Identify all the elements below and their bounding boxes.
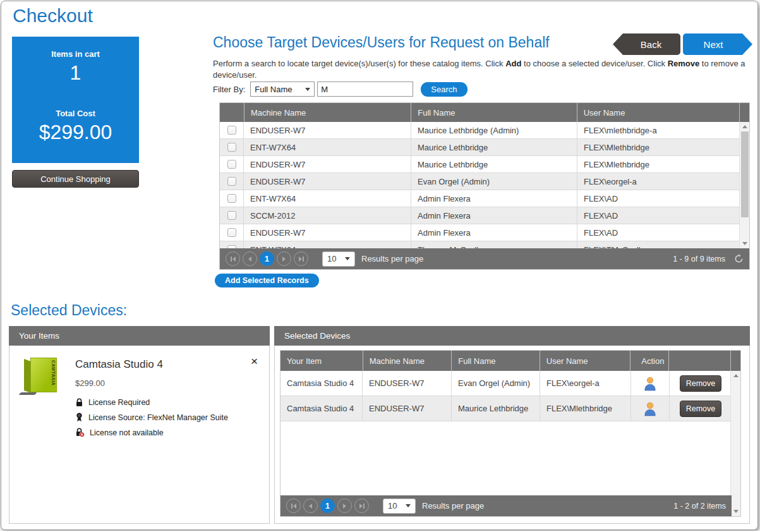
full-name-cell: Evan Orgel (Admin) — [411, 173, 577, 190]
refresh-icon[interactable] — [734, 254, 744, 263]
next-button[interactable]: Next — [683, 33, 752, 55]
user-name-cell: FLEX\AD — [577, 190, 740, 207]
remove-button[interactable]: Remove — [680, 375, 721, 392]
full-name-cell: Maurice Lethbridge — [452, 396, 540, 421]
table-row[interactable]: ENDUSER-W7 Admin Flexera FLEX\AD — [220, 224, 749, 241]
current-page-button[interactable]: 1 — [320, 499, 335, 513]
remove-button[interactable]: Remove — [680, 401, 721, 417]
filter-dropdown[interactable]: Full Name — [250, 82, 315, 97]
checkbox-cell — [220, 139, 244, 155]
remove-cell: Remove — [670, 371, 732, 396]
table-row[interactable]: ENT-W7X64 Maurice Lethbridge FLEX\Mlethb… — [220, 139, 749, 156]
full-name-cell: Maurice Lethbridge — [411, 156, 577, 172]
product-name: Camtasia Studio 4 — [75, 358, 248, 371]
user-name-column-header[interactable]: User Name — [577, 103, 739, 122]
user-name-cell: FLEX\mlethbridge-a — [577, 122, 740, 138]
table-row[interactable]: ENDUSER-W7 Evan Orgel (Admin) FLEX\eorge… — [220, 173, 749, 190]
license-source-row: License Source: FlexNet Manager Suite — [75, 413, 248, 422]
total-cost-value: $299.00 — [12, 121, 139, 144]
last-page-button[interactable] — [354, 499, 369, 513]
row-checkbox[interactable] — [227, 177, 236, 186]
scroll-down-icon[interactable] — [731, 507, 740, 516]
scroll-up-icon[interactable] — [740, 122, 749, 131]
machine-name-column-header[interactable]: Machine Name — [363, 351, 452, 371]
user-person-icon[interactable] — [643, 401, 657, 416]
instructions-line2: device/user. — [213, 70, 256, 80]
table-row[interactable]: ENT-W7X64 Admin Flexera FLEX\AD — [220, 190, 749, 207]
full-name-column-header[interactable]: Full Name — [411, 103, 576, 122]
license-unavailable-row: License not available — [75, 428, 248, 437]
selected-devices-panel-body: Your Item Machine Name Full Name User Na… — [274, 346, 750, 524]
vertical-scrollbar[interactable] — [730, 371, 740, 516]
action-column-header[interactable]: Action — [630, 351, 668, 371]
instructions-part1: Perform a search to locate target device… — [213, 59, 505, 68]
table-row[interactable]: Camtasia Studio 4 ENDUSER-W7 Maurice Let… — [280, 396, 740, 421]
table-row[interactable]: Camtasia Studio 4 ENDUSER-W7 Evan Orgel … — [280, 371, 740, 396]
machine-name-cell: ENT-W7X64 — [244, 139, 411, 155]
row-checkbox[interactable] — [227, 143, 236, 152]
current-page-button[interactable]: 1 — [260, 251, 274, 266]
next-page-button[interactable] — [277, 251, 291, 266]
product-image: CAMTASIA — [20, 356, 64, 395]
scrollbar-column-header — [739, 103, 749, 122]
table-row[interactable]: SCCM-2012 Admin Flexera FLEX\AD — [220, 207, 749, 224]
user-name-cell: FLEX\Mlethbridge — [577, 156, 740, 172]
action-cell — [631, 396, 670, 421]
items-range-label: 1 - 2 of 2 items — [673, 502, 726, 511]
add-selected-records-button[interactable]: Add Selected Records — [215, 274, 319, 287]
user-person-icon[interactable] — [643, 376, 657, 391]
vertical-scrollbar[interactable] — [739, 122, 749, 248]
user-name-column-header[interactable]: User Name — [540, 351, 630, 371]
continue-shopping-button[interactable]: Continue Shopping — [12, 170, 139, 188]
your-item-column-header[interactable]: Your Item — [280, 351, 363, 371]
user-name-cell: FLEX\TMcScully — [577, 241, 740, 248]
first-page-button[interactable] — [286, 499, 301, 513]
checkbox-cell — [220, 156, 244, 172]
chevron-down-icon — [345, 257, 350, 260]
machine-name-cell: ENDUSER-W7 — [363, 396, 452, 421]
license-source-text: License Source: FlexNet Manager Suite — [88, 413, 228, 422]
table-row[interactable]: ENT-W7X64 Thomas McScully FLEX\TMcScully — [220, 241, 749, 248]
row-checkbox[interactable] — [227, 228, 236, 237]
checkbox-cell — [220, 207, 244, 224]
results-per-page-label: Results per page — [422, 501, 484, 511]
scrollbar-column-header — [730, 351, 740, 371]
your-items-panel-header: Your Items — [9, 326, 270, 346]
total-cost-label: Total Cost — [12, 109, 139, 118]
table-row[interactable]: ENDUSER-W7 Maurice Lethbridge FLEX\Mleth… — [220, 156, 749, 173]
search-button[interactable]: Search — [421, 82, 467, 97]
remove-item-close-icon[interactable]: × — [248, 356, 260, 437]
machine-name-cell: SCCM-2012 — [244, 207, 411, 224]
previous-page-button[interactable] — [303, 499, 318, 513]
results-per-page-label: Results per page — [361, 254, 423, 263]
device-table-pager: 1 10 Results per page 1 - 9 of 9 items — [220, 248, 749, 269]
machine-name-cell: ENT-W7X64 — [244, 190, 411, 207]
next-page-button[interactable] — [337, 499, 352, 513]
row-checkbox[interactable] — [227, 126, 236, 135]
page-size-dropdown[interactable]: 10 — [322, 251, 355, 267]
row-checkbox[interactable] — [227, 211, 236, 220]
last-page-button[interactable] — [294, 251, 308, 266]
selected-devices-table: Your Item Machine Name Full Name User Na… — [280, 350, 741, 517]
page-size-dropdown[interactable]: 10 — [383, 499, 416, 514]
row-checkbox[interactable] — [227, 245, 236, 248]
scroll-up-icon[interactable] — [731, 371, 740, 380]
scroll-down-icon[interactable] — [740, 239, 749, 248]
back-button[interactable]: Back — [613, 33, 680, 55]
row-checkbox[interactable] — [227, 160, 236, 169]
machine-name-cell: ENDUSER-W7 — [244, 224, 411, 241]
user-name-cell: FLEX\eorgel-a — [540, 371, 631, 396]
machine-name-column-header[interactable]: Machine Name — [244, 103, 411, 122]
cart-summary-box: Items in cart 1 Total Cost $299.00 — [12, 37, 139, 163]
search-input[interactable] — [317, 82, 413, 97]
license-required-row: License Required — [75, 398, 248, 407]
row-checkbox[interactable] — [227, 194, 236, 203]
remove-column-header — [668, 351, 730, 371]
scrollbar-thumb[interactable] — [741, 131, 749, 217]
license-info-list: License Required License Source: FlexNet… — [75, 398, 248, 437]
table-row[interactable]: ENDUSER-W7 Maurice Lethbridge (Admin) FL… — [220, 122, 749, 139]
first-page-button[interactable] — [226, 251, 240, 266]
full-name-column-header[interactable]: Full Name — [451, 351, 540, 371]
license-unavailable-text: License not available — [90, 428, 164, 437]
previous-page-button[interactable] — [243, 251, 257, 266]
